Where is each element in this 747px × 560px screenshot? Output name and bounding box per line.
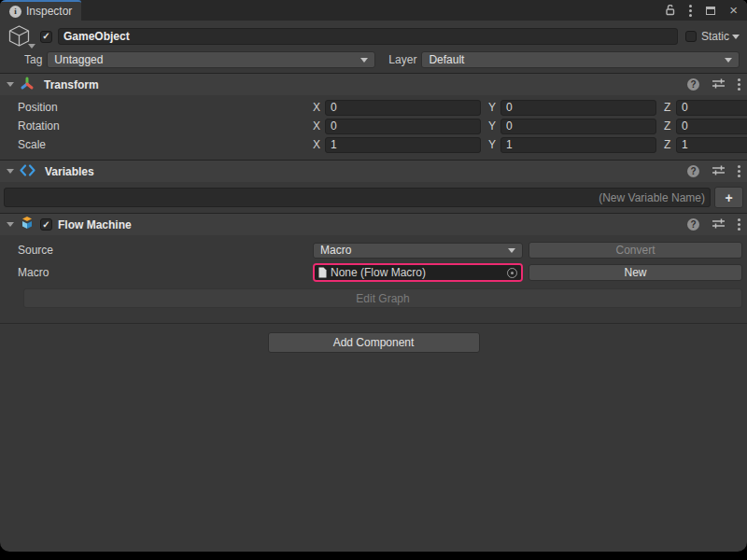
gameobject-name-input[interactable]: [58, 28, 678, 45]
component-title: Flow Machine: [58, 218, 132, 231]
check-icon: ✓: [42, 32, 49, 41]
object-picker-icon[interactable]: [507, 268, 517, 278]
convert-button[interactable]: Convert: [529, 242, 742, 259]
axis-z-label: Z: [664, 119, 672, 133]
more-options-icon[interactable]: [738, 78, 740, 91]
foldout-arrow-icon[interactable]: [7, 222, 14, 227]
layer-label: Layer: [388, 53, 416, 66]
help-icon[interactable]: ?: [687, 218, 699, 231]
tag-value: Untagged: [54, 53, 103, 66]
transform-icon: [20, 76, 35, 93]
position-x-input[interactable]: [325, 100, 481, 116]
close-icon[interactable]: ×: [729, 6, 738, 15]
source-label: Source: [5, 244, 313, 257]
gameobject-header: ✓ Static Tag Untagged Layer Default: [0, 21, 747, 73]
new-macro-button[interactable]: New: [529, 264, 742, 281]
static-dropdown-arrow[interactable]: [732, 35, 740, 39]
presets-icon[interactable]: [712, 217, 726, 232]
layer-dropdown[interactable]: Default: [421, 51, 740, 68]
window-controls: ×: [665, 0, 747, 21]
add-component-area: Add Component: [0, 324, 747, 353]
presets-icon[interactable]: [712, 77, 726, 92]
unlock-icon[interactable]: [665, 5, 675, 16]
axis-y-label: Y: [488, 119, 497, 133]
axis-x-label: X: [313, 119, 321, 133]
row-label: Rotation: [5, 119, 313, 133]
macro-highlight-border: None (Flow Macro): [313, 263, 523, 282]
static-label: Static: [701, 30, 729, 43]
component-title: Transform: [44, 78, 99, 91]
variables-icon: [20, 164, 35, 179]
edit-graph-button[interactable]: Edit Graph: [23, 288, 742, 308]
tab-inspector[interactable]: i Inspector: [0, 0, 81, 21]
source-dropdown[interactable]: Macro: [313, 243, 523, 259]
scale-row: Scale X Y Z: [5, 135, 742, 154]
axis-y-label: Y: [488, 138, 497, 151]
new-variable-name-input[interactable]: [4, 188, 711, 207]
macro-value: None (Flow Macro): [331, 266, 426, 279]
help-icon[interactable]: ?: [687, 78, 699, 91]
layer-value: Default: [429, 53, 464, 66]
foldout-arrow-icon[interactable]: [7, 169, 14, 174]
macro-row: Macro None (Flow Macro) New: [5, 262, 742, 283]
axis-x-label: X: [313, 101, 321, 114]
inspector-window: i Inspector ×: [0, 0, 747, 552]
flow-machine-header[interactable]: ✓ Flow Machine ?: [0, 213, 747, 235]
source-value: Macro: [320, 244, 351, 257]
transform-component: Transform ? Position X Y Z: [0, 73, 747, 160]
flow-machine-enabled-checkbox[interactable]: ✓: [40, 218, 52, 231]
tag-label: Tag: [24, 53, 42, 66]
scale-y-input[interactable]: [500, 137, 656, 153]
chevron-down-icon: [508, 248, 515, 253]
gameobject-cube-icon[interactable]: [6, 23, 37, 49]
flow-machine-component: ✓ Flow Machine ? Source Macro: [0, 213, 747, 324]
flow-machine-body: Source Macro Convert Macro None (Flow Ma…: [0, 235, 747, 324]
help-icon[interactable]: ?: [687, 165, 699, 177]
chevron-down-icon: [360, 58, 368, 63]
component-title: Variables: [45, 165, 94, 178]
maximize-icon[interactable]: [706, 7, 715, 15]
source-row: Source Macro Convert: [5, 240, 742, 260]
position-y-input[interactable]: [500, 100, 656, 116]
foldout-arrow-icon[interactable]: [7, 82, 14, 87]
variables-body: +: [0, 182, 747, 213]
static-checkbox[interactable]: [685, 31, 697, 42]
tab-title: Inspector: [26, 5, 72, 18]
more-options-icon[interactable]: [738, 165, 740, 177]
macro-object-field[interactable]: None (Flow Macro): [315, 265, 521, 280]
chevron-down-icon: [725, 58, 732, 63]
variables-header[interactable]: Variables ?: [0, 160, 747, 182]
gameobject-active-checkbox[interactable]: ✓: [40, 31, 52, 43]
transform-body: Position X Y Z Rotation X Y Z Scale X: [0, 95, 747, 160]
rotation-z-input[interactable]: [676, 119, 747, 134]
tab-bar: i Inspector ×: [0, 0, 747, 21]
macro-label: Macro: [5, 266, 313, 279]
transform-header[interactable]: Transform ?: [0, 73, 747, 95]
document-icon: [318, 267, 327, 278]
presets-icon[interactable]: [712, 164, 726, 179]
flow-machine-icon: [20, 216, 35, 233]
chevron-down-icon: [28, 44, 35, 49]
position-z-input[interactable]: [676, 100, 747, 116]
axis-x-label: X: [313, 138, 321, 151]
axis-z-label: Z: [664, 101, 672, 114]
add-variable-button[interactable]: +: [714, 187, 743, 208]
tag-dropdown[interactable]: Untagged: [47, 51, 375, 68]
row-label: Scale: [5, 138, 313, 151]
variables-component: Variables ? +: [0, 160, 747, 213]
position-row: Position X Y Z: [5, 98, 742, 117]
axis-y-label: Y: [488, 101, 497, 114]
more-options-icon[interactable]: [738, 218, 740, 231]
rotation-y-input[interactable]: [500, 119, 656, 134]
scale-z-input[interactable]: [676, 137, 747, 153]
check-icon: ✓: [42, 220, 49, 230]
rotation-x-input[interactable]: [325, 119, 481, 134]
scale-x-input[interactable]: [325, 137, 481, 153]
info-icon: i: [9, 6, 21, 18]
axis-z-label: Z: [664, 138, 672, 151]
add-component-button[interactable]: Add Component: [268, 332, 480, 353]
row-label: Position: [5, 101, 313, 114]
rotation-row: Rotation X Y Z: [5, 117, 742, 135]
window-menu-icon[interactable]: [689, 5, 692, 17]
